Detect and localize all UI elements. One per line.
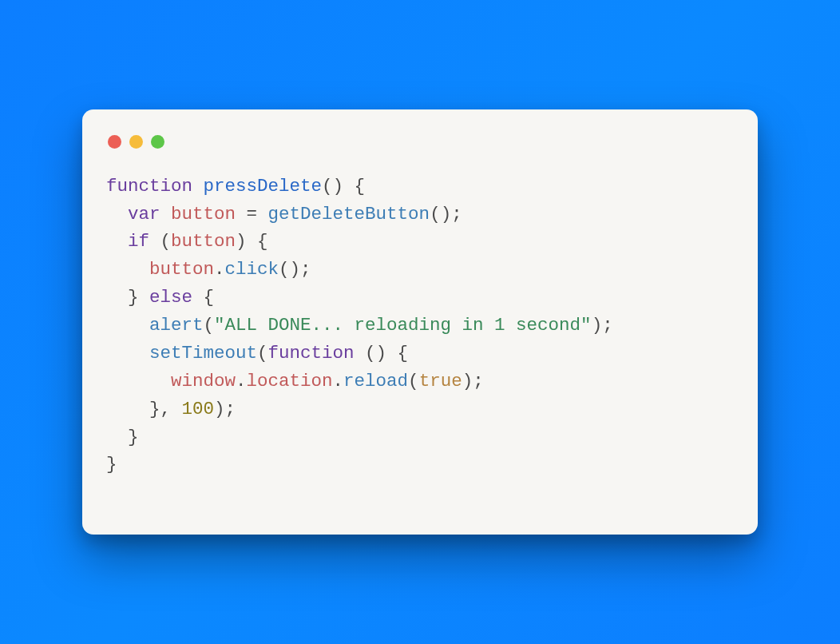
window-titlebar (106, 132, 734, 173)
maximize-icon[interactable] (151, 135, 164, 149)
minimize-icon[interactable] (129, 135, 143, 149)
code-window: function pressDelete() { var button = ge… (82, 109, 758, 535)
close-icon[interactable] (108, 135, 121, 149)
code-content: function pressDelete() { var button = ge… (106, 173, 734, 479)
